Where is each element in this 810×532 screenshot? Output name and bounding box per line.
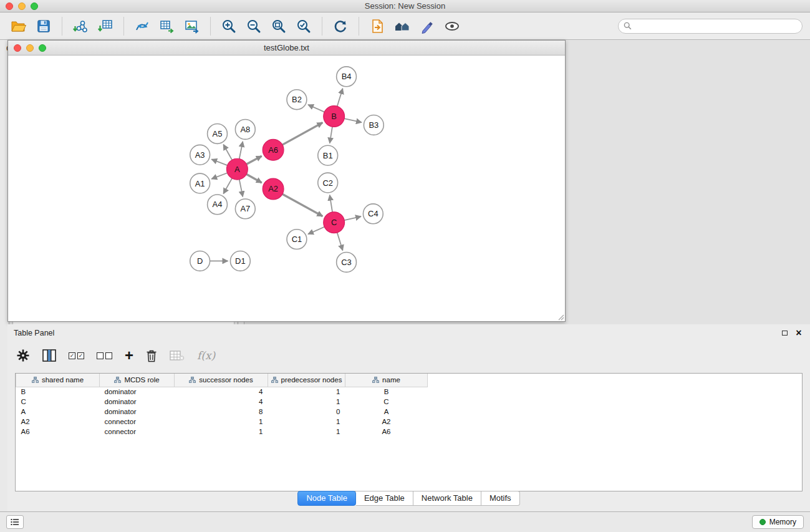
table-tab-network-table[interactable]: Network Table	[413, 491, 481, 506]
export-table-icon[interactable]	[156, 16, 178, 37]
network-close-button[interactable]	[14, 44, 21, 52]
column-selector-icon[interactable]	[42, 346, 56, 365]
import-table-icon[interactable]	[94, 16, 117, 37]
table-cell[interactable]: 4	[175, 397, 268, 407]
export-network-icon[interactable]	[131, 16, 153, 37]
node-C[interactable]: C	[324, 212, 345, 233]
table-cell[interactable]: A	[345, 407, 428, 417]
table-cell[interactable]: connector	[100, 417, 175, 427]
node-C3[interactable]: C3	[337, 253, 357, 273]
node-D[interactable]: D	[190, 251, 210, 271]
table-cell[interactable]: A	[16, 407, 100, 417]
zoom-out-icon[interactable]	[243, 16, 265, 37]
table-row[interactable]: Cdominator41C	[16, 397, 428, 407]
node-A6[interactable]: A6	[263, 139, 284, 160]
gear-icon[interactable]	[16, 346, 30, 365]
node-B[interactable]: B	[324, 106, 345, 127]
table-cell[interactable]: A6	[16, 427, 100, 437]
edge-A2-C[interactable]	[282, 194, 322, 216]
table-tab-edge-table[interactable]: Edge Table	[356, 491, 413, 506]
node-A5[interactable]: A5	[208, 123, 228, 143]
edge-A-A5[interactable]	[223, 145, 232, 160]
edge-A6-B[interactable]	[282, 123, 322, 145]
edge-A-A7[interactable]	[239, 180, 243, 197]
edge-B-B1[interactable]	[330, 127, 332, 143]
zoom-in-icon[interactable]	[218, 16, 240, 37]
add-column-icon[interactable]: +	[125, 346, 133, 365]
network-zoom-button[interactable]	[39, 44, 46, 52]
table-row[interactable]: Adominator80A	[16, 407, 428, 417]
edge-B-B3[interactable]	[344, 118, 362, 122]
zoom-selected-icon[interactable]	[292, 16, 315, 37]
table-cell[interactable]: A6	[345, 427, 428, 437]
node-A[interactable]: A	[226, 158, 248, 180]
import-network-icon[interactable]	[69, 16, 92, 37]
table-cell[interactable]: 1	[175, 417, 268, 427]
window-close-button[interactable]	[6, 2, 13, 10]
edge-C-C3[interactable]	[337, 233, 343, 251]
window-minimize-button[interactable]	[18, 2, 26, 10]
column-header-name[interactable]: name	[345, 374, 428, 387]
table-cell[interactable]: connector	[100, 427, 175, 437]
node-B2[interactable]: B2	[287, 90, 307, 110]
column-header-MCDS-role[interactable]: MCDS role	[100, 374, 175, 387]
table-cell[interactable]: dominator	[100, 387, 175, 397]
table-cell[interactable]: 1	[268, 387, 345, 397]
edge-A-A3[interactable]	[211, 159, 227, 165]
table-cell[interactable]: B	[345, 387, 428, 397]
table-row[interactable]: A6connector11A6	[16, 427, 428, 437]
table-tab-motifs[interactable]: Motifs	[481, 491, 520, 506]
table-cell[interactable]: dominator	[100, 397, 175, 407]
node-B3[interactable]: B3	[364, 115, 383, 135]
table-cell[interactable]: 4	[175, 387, 268, 397]
zoom-fit-icon[interactable]	[268, 16, 290, 37]
edge-C-C1[interactable]	[308, 227, 324, 235]
column-header-predecessor-nodes[interactable]: predecessor nodes	[268, 374, 345, 387]
delete-column-icon[interactable]	[146, 346, 157, 365]
table-cell[interactable]: A2	[345, 417, 428, 427]
table-cell[interactable]: 1	[175, 427, 268, 437]
node-A8[interactable]: A8	[235, 120, 255, 140]
table-cell[interactable]: B	[16, 387, 100, 397]
float-table-panel-icon[interactable]	[779, 328, 790, 338]
table-cell[interactable]: 1	[268, 397, 345, 407]
table-cell[interactable]: 8	[175, 407, 268, 417]
edge-A-A1[interactable]	[211, 173, 227, 179]
table-tab-node-table[interactable]: Node Table	[297, 491, 356, 506]
node-A2[interactable]: A2	[263, 178, 284, 200]
node-D1[interactable]: D1	[230, 251, 250, 271]
table-cell[interactable]: 0	[268, 407, 345, 417]
edge-C-C4[interactable]	[344, 216, 361, 220]
table-row[interactable]: Bdominator41B	[16, 387, 428, 397]
node-A1[interactable]: A1	[190, 173, 210, 193]
edge-A-A6[interactable]	[246, 156, 261, 164]
node-A3[interactable]: A3	[190, 145, 210, 165]
table-row[interactable]: A2connector11A2	[16, 417, 428, 427]
task-history-button[interactable]	[6, 515, 24, 529]
node-B4[interactable]: B4	[337, 67, 357, 87]
table-cell[interactable]: 1	[268, 417, 345, 427]
search-input[interactable]	[635, 22, 797, 31]
home-icon[interactable]	[391, 16, 413, 37]
column-header-shared-name[interactable]: shared name	[16, 374, 100, 387]
select-all-icon[interactable]: ✓✓	[69, 346, 84, 365]
save-session-icon[interactable]	[32, 16, 55, 37]
table-cell[interactable]: dominator	[100, 407, 175, 417]
edge-B-B2[interactable]	[308, 105, 324, 112]
open-session-icon[interactable]	[366, 16, 388, 37]
column-header-successor-nodes[interactable]: successor nodes	[175, 374, 268, 387]
table-cell[interactable]: C	[345, 397, 428, 407]
resize-grip-icon[interactable]	[557, 313, 564, 321]
node-C4[interactable]: C4	[363, 204, 383, 224]
node-A4[interactable]: A4	[208, 195, 228, 215]
network-canvas[interactable]: B4B2BB3A8A5A6B1A3AC2A1A2A4A7C4CC1DD1C3	[8, 56, 565, 321]
table-cell[interactable]: 1	[268, 427, 345, 437]
edge-B-B4[interactable]	[337, 89, 343, 107]
node-B1[interactable]: B1	[318, 145, 338, 165]
node-C1[interactable]: C1	[287, 230, 307, 249]
edge-C-C2[interactable]	[330, 195, 332, 212]
window-zoom-button[interactable]	[31, 2, 38, 10]
edge-A-A2[interactable]	[246, 174, 262, 183]
close-table-panel-icon[interactable]: ×	[794, 329, 804, 337]
refresh-layout-icon[interactable]	[329, 16, 352, 37]
